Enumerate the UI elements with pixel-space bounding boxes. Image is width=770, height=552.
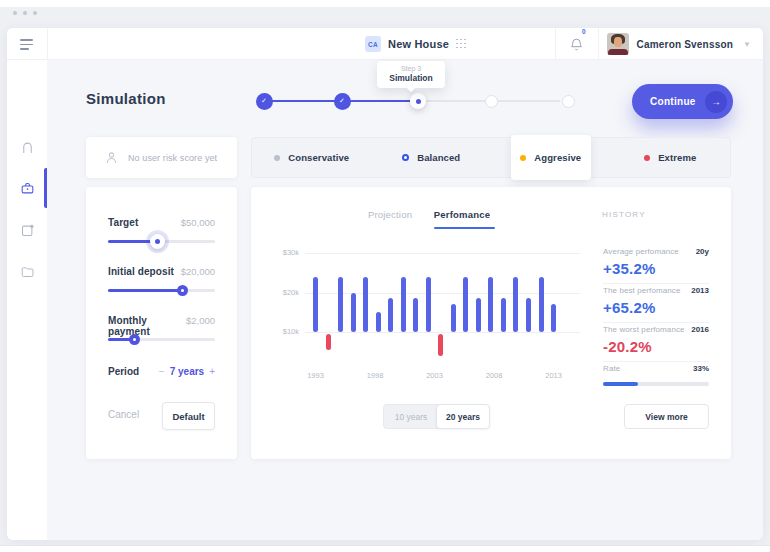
divider bbox=[603, 283, 709, 284]
performance-card: ProjectionPerfomance HISTORY 19931998200… bbox=[251, 187, 731, 459]
sidebar bbox=[7, 60, 47, 540]
app-window: CA New House 0 Cameron Svensson ▼ bbox=[0, 0, 770, 552]
range-toggle: 10 years20 years bbox=[383, 404, 490, 429]
folder-icon bbox=[20, 264, 35, 279]
history-item-label: Average perfomance bbox=[603, 247, 679, 256]
slider-handle[interactable] bbox=[150, 234, 165, 249]
step-node-4[interactable] bbox=[485, 95, 498, 108]
chart-bar bbox=[451, 304, 456, 332]
check-icon: ✓ bbox=[261, 97, 267, 105]
tab-perfomance[interactable]: Perfomance bbox=[423, 209, 501, 220]
risk-options-bar: ConservativeBalancedAggresiveExtreme bbox=[251, 137, 731, 178]
risk-option-aggresive[interactable]: Aggresive bbox=[491, 138, 611, 177]
home-icon bbox=[20, 140, 35, 155]
risk-option-label: Conservative bbox=[288, 152, 349, 163]
project-title: New House bbox=[388, 38, 449, 50]
avatar[interactable] bbox=[607, 33, 629, 55]
arrow-right-icon: → bbox=[705, 91, 727, 113]
chart-bar bbox=[551, 304, 556, 332]
field-value: $20,000 bbox=[181, 266, 215, 277]
sidebar-item-documents[interactable] bbox=[7, 256, 47, 286]
menu-icon[interactable] bbox=[20, 36, 40, 52]
briefcase-icon bbox=[20, 181, 35, 196]
history-title: HISTORY bbox=[602, 210, 646, 219]
history-item-value: +35.2% bbox=[603, 260, 656, 277]
tooltip-label: Simulation bbox=[377, 73, 445, 83]
slider-handle[interactable] bbox=[177, 285, 188, 296]
window-controls bbox=[13, 11, 37, 15]
field-slider[interactable] bbox=[108, 332, 215, 347]
continue-label: Continue bbox=[650, 96, 696, 107]
history-item-meta: 2016 bbox=[691, 325, 709, 334]
tab-projection[interactable]: Projection bbox=[351, 209, 429, 220]
step-node-1[interactable]: ✓ bbox=[256, 93, 273, 110]
chart-bar bbox=[401, 277, 406, 332]
sidebar-item-home[interactable] bbox=[7, 132, 47, 162]
view-more-button[interactable]: View more bbox=[624, 404, 709, 429]
simulation-form-card: Target$50,000Initial deposit$20,000Month… bbox=[86, 187, 237, 459]
chart-bar bbox=[426, 277, 431, 332]
history-item-meta: 20y bbox=[696, 247, 709, 256]
apps-grid-icon[interactable] bbox=[456, 39, 467, 50]
chart-bar bbox=[438, 334, 443, 356]
minus-icon[interactable]: − bbox=[159, 366, 165, 377]
y-tick-label: $10k bbox=[259, 327, 299, 336]
range-10-years[interactable]: 10 years bbox=[383, 404, 439, 429]
plus-icon[interactable]: + bbox=[209, 366, 215, 377]
risk-option-balanced[interactable]: Balanced bbox=[372, 138, 492, 177]
x-tick-label: 2013 bbox=[539, 371, 569, 380]
project-header: CA New House bbox=[365, 28, 467, 60]
chart-bar bbox=[376, 312, 381, 332]
new-item-icon bbox=[20, 223, 35, 238]
x-tick-label: 2003 bbox=[420, 371, 450, 380]
chart-bar bbox=[351, 293, 356, 333]
chart-bar bbox=[326, 334, 331, 350]
check-icon: ✓ bbox=[339, 97, 345, 105]
history-item-meta: 2013 bbox=[691, 286, 709, 295]
risk-option-conservative[interactable]: Conservative bbox=[252, 138, 372, 177]
chart-bar bbox=[501, 298, 506, 332]
step-node-2[interactable]: ✓ bbox=[334, 93, 351, 110]
field-slider[interactable] bbox=[108, 283, 215, 298]
form-field-row: Initial deposit$20,000 bbox=[108, 266, 215, 277]
period-value: 7 years bbox=[170, 366, 204, 377]
risk-option-label: Balanced bbox=[417, 152, 460, 163]
sidebar-item-new-simulation[interactable] bbox=[7, 215, 47, 245]
chevron-down-icon[interactable]: ▼ bbox=[743, 40, 751, 49]
step-tooltip: Step 3 Simulation bbox=[377, 61, 445, 88]
history-item: Average perfomance20y bbox=[603, 247, 709, 256]
progress-stepper: ✓✓ bbox=[249, 90, 569, 112]
project-badge: CA bbox=[365, 36, 381, 52]
range-20-years[interactable]: 20 years bbox=[436, 404, 490, 429]
risk-dot-icon bbox=[520, 155, 526, 161]
history-item-label: The worst perfomance bbox=[603, 325, 685, 334]
x-tick-label: 1998 bbox=[360, 371, 390, 380]
chart-bar bbox=[338, 277, 343, 332]
notification-badge: 0 bbox=[582, 28, 586, 35]
bell-icon bbox=[569, 36, 584, 53]
period-stepper: − 7 years + bbox=[159, 366, 215, 377]
risk-dot-icon bbox=[402, 154, 409, 161]
stacked-card-edge bbox=[0, 545, 770, 552]
divider bbox=[603, 361, 709, 362]
person-icon bbox=[104, 150, 119, 165]
default-button[interactable]: Default bbox=[162, 402, 215, 430]
history-item-label: The best perfomance bbox=[603, 286, 681, 295]
chart-bar bbox=[388, 298, 393, 332]
notifications-button[interactable]: 0 bbox=[556, 36, 598, 53]
step-node-3[interactable] bbox=[410, 93, 426, 109]
period-label: Period bbox=[108, 366, 139, 377]
x-tick-label: 1993 bbox=[301, 371, 331, 380]
x-tick-label: 2008 bbox=[479, 371, 509, 380]
continue-button[interactable]: Continue → bbox=[632, 84, 733, 119]
sidebar-item-portfolio[interactable] bbox=[7, 173, 47, 203]
cancel-button[interactable]: Cancel bbox=[108, 409, 139, 420]
field-slider[interactable] bbox=[108, 234, 215, 249]
slider-handle[interactable] bbox=[129, 334, 140, 345]
step-node-5[interactable] bbox=[562, 95, 575, 108]
header-right: 0 Cameron Svensson ▼ bbox=[555, 28, 764, 60]
risk-option-extreme[interactable]: Extreme bbox=[611, 138, 731, 177]
y-tick-label: $20k bbox=[259, 288, 299, 297]
divider bbox=[47, 28, 48, 60]
chart-bar bbox=[363, 277, 368, 332]
